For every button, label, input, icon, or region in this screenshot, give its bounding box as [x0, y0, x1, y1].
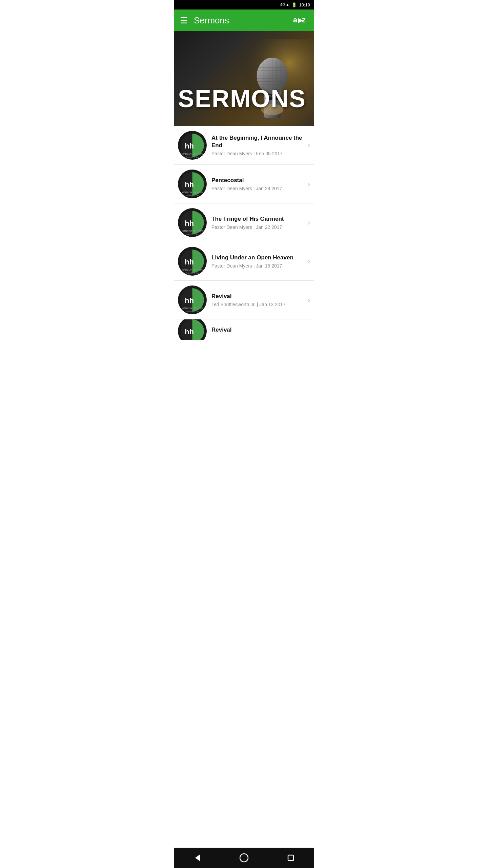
svg-text:hh: hh [185, 142, 194, 150]
church-logo: hh [178, 319, 207, 340]
sermon-list: hh HARBOR OF HOPE Assembly of God At the… [174, 126, 314, 340]
chevron-right-icon: › [308, 180, 310, 189]
sermon-title: Revival [211, 293, 305, 300]
church-logo: hh HARBOR OF HOPE Assembly of God [178, 208, 207, 237]
status-bar: 4G▲ 🔋 10:19 [174, 0, 314, 9]
sermon-title: At the Beginning, I Announce the End [211, 134, 305, 149]
app-header: ☰ Sermons a ▶ z [174, 9, 314, 31]
sermon-item-partial[interactable]: hh Revival [174, 319, 314, 340]
sermon-info: Revival Ted Shuttlesworth Jr. | Jan 13 2… [211, 293, 305, 307]
chevron-right-icon: › [308, 257, 310, 266]
sermon-info: The Fringe of His Garment Pastor Dean My… [211, 215, 305, 230]
svg-text:hh: hh [185, 219, 194, 228]
menu-icon[interactable]: ☰ [180, 16, 188, 25]
sermon-meta: Pastor Dean Myers | Feb 05 2017 [211, 151, 305, 156]
sermon-title: Living Under an Open Heaven [211, 254, 305, 261]
church-logo: hh HARBOR OF HOPE Assembly of God [178, 131, 207, 160]
sermon-item[interactable]: hh HARBOR OF HOPE Assembly of God Reviva… [174, 281, 314, 319]
svg-text:Assembly of God: Assembly of God [186, 272, 199, 274]
svg-text:Assembly of God: Assembly of God [186, 233, 199, 235]
svg-text:Assembly of God: Assembly of God [186, 156, 199, 158]
az-sort-icon: a ▶ z [293, 15, 308, 24]
svg-text:HARBOR OF HOPE: HARBOR OF HOPE [182, 307, 204, 310]
svg-text:hh: hh [185, 258, 194, 266]
sermon-title: Revival [211, 326, 310, 334]
svg-text:z: z [302, 16, 306, 24]
battery-icon: 🔋 [291, 2, 297, 7]
sermon-title: Pentecostal [211, 177, 305, 184]
church-logo: hh HARBOR OF HOPE Assembly of God [178, 285, 207, 314]
sermon-item[interactable]: hh HARBOR OF HOPE Assembly of God The Fr… [174, 203, 314, 242]
svg-text:Assembly of God: Assembly of God [186, 311, 199, 313]
hero-banner: SM58 SERMONS [174, 31, 314, 126]
sermon-item[interactable]: hh HARBOR OF HOPE Assembly of God At the… [174, 126, 314, 165]
sermon-item[interactable]: hh HARBOR OF HOPE Assembly of God Living… [174, 242, 314, 281]
svg-text:hh: hh [185, 296, 194, 305]
sermon-meta: Pastor Dean Myers | Jan 22 2017 [211, 224, 305, 230]
sermon-meta: Pastor Dean Myers | Jan 29 2017 [211, 186, 305, 191]
sermon-info: Pentecostal Pastor Dean Myers | Jan 29 2… [211, 177, 305, 191]
sermon-meta: Pastor Dean Myers | Jan 15 2017 [211, 263, 305, 269]
sermon-info: Revival [211, 326, 310, 335]
svg-text:Assembly of God: Assembly of God [186, 195, 199, 197]
svg-text:a: a [293, 16, 298, 24]
church-logo: hh HARBOR OF HOPE Assembly of God [178, 247, 207, 276]
svg-text:HARBOR OF HOPE: HARBOR OF HOPE [182, 153, 204, 155]
sort-az-button[interactable]: a ▶ z [293, 15, 308, 26]
sermon-item[interactable]: hh HARBOR OF HOPE Assembly of God Pentec… [174, 165, 314, 203]
chevron-right-icon: › [308, 141, 310, 150]
svg-text:HARBOR OF HOPE: HARBOR OF HOPE [182, 269, 204, 271]
chevron-right-icon: › [308, 218, 310, 227]
sermon-title: The Fringe of His Garment [211, 215, 305, 223]
svg-text:hh: hh [185, 328, 194, 336]
page-title: Sermons [194, 15, 293, 26]
church-logo: hh HARBOR OF HOPE Assembly of God [178, 170, 207, 198]
hero-title-text: SERMONS [174, 85, 306, 113]
svg-text:hh: hh [185, 180, 194, 189]
chevron-right-icon: › [308, 296, 310, 304]
svg-text:HARBOR OF HOPE: HARBOR OF HOPE [182, 230, 204, 232]
sermon-meta: Ted Shuttlesworth Jr. | Jan 13 2017 [211, 302, 305, 307]
signal-icon: 4G▲ [280, 2, 290, 7]
sermon-info: At the Beginning, I Announce the End Pas… [211, 134, 305, 156]
sermon-info: Living Under an Open Heaven Pastor Dean … [211, 254, 305, 269]
time-display: 10:19 [299, 2, 310, 7]
svg-text:HARBOR OF HOPE: HARBOR OF HOPE [182, 191, 204, 194]
